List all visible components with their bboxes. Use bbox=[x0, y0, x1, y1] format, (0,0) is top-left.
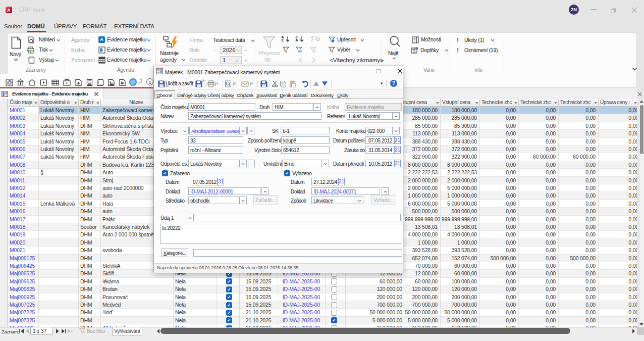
svg-text:@: @ bbox=[7, 80, 12, 85]
